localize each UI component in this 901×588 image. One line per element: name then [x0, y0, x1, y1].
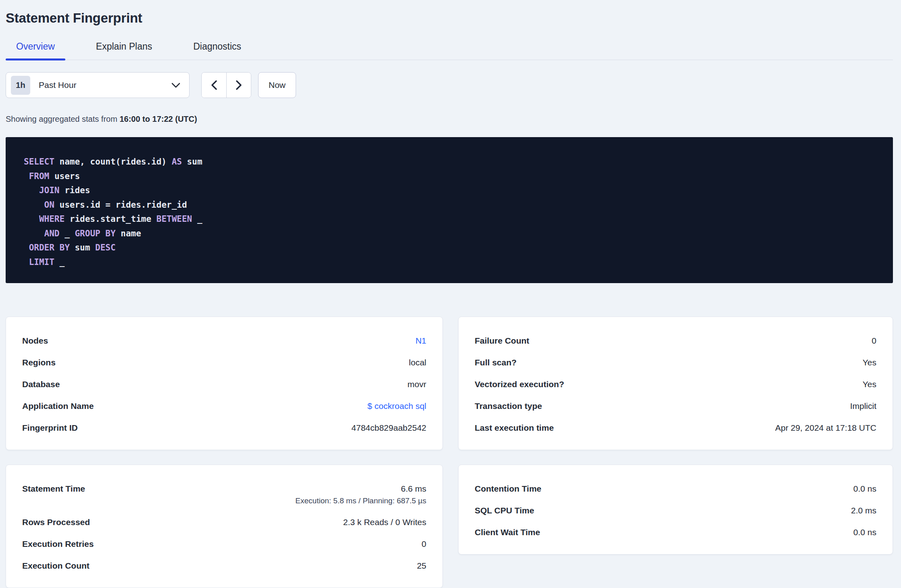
stat-label: SQL CPU Time: [475, 505, 534, 516]
stat-label: Contention Time: [475, 483, 541, 494]
chevron-right-icon: [236, 80, 242, 90]
previous-time-window-button[interactable]: [202, 73, 226, 98]
sql-text: name, count(rides.id): [54, 157, 172, 167]
stat-label: Rows Processed: [22, 517, 90, 528]
stat-value: 6.6 ms: [401, 483, 426, 494]
stat-row: Databasemovr: [22, 379, 426, 390]
execution-attributes-card: Failure Count0Full scan?YesVectorized ex…: [458, 317, 893, 450]
stat-value: 2.3 k Reads / 0 Writes: [343, 517, 426, 528]
sql-keyword: FROM: [29, 171, 50, 181]
stat-row: Full scan?Yes: [475, 357, 876, 368]
sql-line: FROM users: [24, 169, 881, 184]
stat-row: NodesN1: [22, 335, 426, 346]
sql-text: users: [49, 171, 80, 181]
stat-row: Execution Retries0: [22, 538, 426, 550]
chevron-left-icon: [211, 80, 217, 90]
next-time-window-button[interactable]: [226, 73, 251, 98]
sql-text: rides: [60, 186, 90, 195]
sql-line: ORDER BY sum DESC: [24, 241, 881, 255]
stat-value-link[interactable]: N1: [415, 335, 426, 346]
tab-explain-plans[interactable]: Explain Plans: [86, 41, 163, 60]
stat-value-wrap: Yes: [863, 357, 876, 368]
sql-text: sum: [182, 157, 202, 167]
stat-label: Nodes: [22, 335, 48, 346]
sql-text: name: [116, 229, 141, 238]
stat-row: Application Name$ cockroach sql: [22, 400, 426, 412]
sql-line: AND _ GROUP BY name: [24, 227, 881, 241]
interval-label: Past Hour: [39, 80, 171, 90]
time-toolbar: 1h Past Hour Now: [6, 72, 893, 98]
stat-value: 25: [417, 560, 426, 571]
sql-text: sum: [70, 243, 95, 252]
stat-value: Apr 29, 2024 at 17:18 UTC: [775, 422, 876, 434]
stat-value: 0.0 ns: [853, 527, 876, 538]
stat-label: Full scan?: [475, 357, 517, 368]
sql-text: [24, 186, 39, 195]
stat-value-wrap: 0: [872, 335, 876, 346]
sql-keyword: JOIN: [39, 186, 60, 195]
stat-row: Fingerprint ID4784cb829aab2542: [22, 422, 426, 434]
now-button[interactable]: Now: [258, 72, 296, 98]
stat-row: Vectorized execution?Yes: [475, 379, 876, 390]
stat-value: 0.0 ns: [853, 483, 876, 494]
stat-label: Regions: [22, 357, 56, 368]
stat-value-wrap: Apr 29, 2024 at 17:18 UTC: [775, 422, 876, 434]
stat-row: Client Wait Time0.0 ns: [475, 527, 876, 538]
interval-badge: 1h: [11, 76, 30, 95]
stat-row: Transaction typeImplicit: [475, 400, 876, 412]
stat-value-wrap: 25: [417, 560, 426, 571]
sql-keyword: AND: [44, 229, 60, 238]
stat-value-wrap: N1: [415, 335, 426, 346]
stats-cards-grid: NodesN1RegionslocalDatabasemovrApplicati…: [6, 317, 893, 588]
stat-label: Database: [22, 379, 60, 390]
sql-keyword: AS: [172, 157, 182, 167]
sql-statement-box: SELECT name, count(rides.id) AS sum FROM…: [6, 137, 893, 283]
tab-bar: OverviewExplain PlansDiagnostics: [6, 41, 893, 60]
stat-label: Fingerprint ID: [22, 422, 78, 434]
stat-value-wrap: 0.0 ns: [853, 527, 876, 538]
stat-value-link[interactable]: $ cockroach sql: [367, 400, 426, 412]
sql-keyword: LIMIT: [29, 257, 54, 267]
tab-diagnostics[interactable]: Diagnostics: [183, 41, 252, 60]
sql-text: [24, 229, 44, 238]
sql-text: _: [54, 257, 65, 267]
stat-value-wrap: movr: [407, 379, 426, 390]
stat-value-wrap: $ cockroach sql: [367, 400, 426, 412]
stat-value: 0: [421, 538, 426, 550]
sql-keyword: SELECT: [24, 157, 54, 167]
sql-keyword: BETWEEN: [156, 214, 192, 224]
tab-overview[interactable]: Overview: [6, 41, 65, 60]
stat-value-wrap: 4784cb829aab2542: [351, 422, 426, 434]
statement-details-card: NodesN1RegionslocalDatabasemovrApplicati…: [6, 317, 443, 450]
sql-line: JOIN rides: [24, 183, 881, 198]
sql-line: ON users.id = rides.rider_id: [24, 198, 881, 213]
sql-text: [24, 257, 29, 267]
stat-row: Contention Time0.0 ns: [475, 483, 876, 494]
statement-fingerprint-page: Statement Fingerprint OverviewExplain Pl…: [0, 0, 901, 588]
stat-row: Rows Processed2.3 k Reads / 0 Writes: [22, 517, 426, 528]
execution-stats-card: Statement Time6.6 msExecution: 5.8 ms / …: [6, 465, 443, 588]
sql-line: LIMIT _: [24, 255, 881, 270]
stat-label: Execution Retries: [22, 538, 94, 550]
stat-label: Execution Count: [22, 560, 90, 571]
stat-row: Regionslocal: [22, 357, 426, 368]
time-interval-picker[interactable]: 1h Past Hour: [6, 72, 190, 98]
sql-keyword: WHERE: [39, 214, 65, 224]
sql-keyword: GROUP BY: [75, 229, 115, 238]
sql-text: _: [192, 214, 202, 224]
stat-value-wrap: 0: [421, 538, 426, 550]
stat-label: Statement Time: [22, 483, 85, 494]
sql-text: [24, 214, 39, 224]
stat-row: Last execution timeApr 29, 2024 at 17:18…: [475, 422, 876, 434]
stats-time-range: 16:00 to 17:22 (UTC): [119, 115, 197, 123]
stat-subvalue: Execution: 5.8 ms / Planning: 687.5 µs: [295, 496, 426, 506]
stat-row: Failure Count0: [475, 335, 876, 346]
stat-label: Client Wait Time: [475, 527, 540, 538]
sql-text: [24, 171, 29, 181]
page-title: Statement Fingerprint: [6, 10, 893, 26]
sql-text: rides.start_time: [65, 214, 156, 224]
sql-text: _: [60, 229, 75, 238]
sql-text: [24, 243, 29, 252]
stat-value: Implicit: [850, 400, 876, 412]
stat-label: Transaction type: [475, 400, 542, 412]
